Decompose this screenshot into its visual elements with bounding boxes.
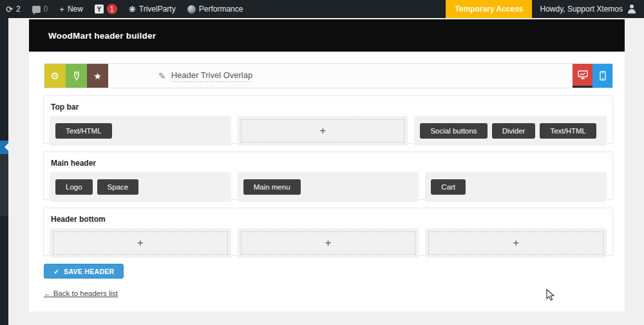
plus-icon: + (59, 5, 64, 14)
plus-icon: + (137, 237, 144, 250)
performance-icon (187, 5, 196, 14)
yoast-icon: Y (95, 5, 104, 14)
builder-cell[interactable]: Cart (425, 172, 607, 202)
plus-icon: + (325, 237, 332, 250)
new-content-menu-item[interactable]: + New (53, 0, 89, 18)
favorites-button[interactable]: ★ (87, 64, 108, 88)
desktop-view-button[interactable] (573, 64, 592, 88)
account-menu-item[interactable]: Howdy, Support Xtemos (532, 0, 644, 18)
performance-label: Performance (199, 5, 243, 14)
add-element-dropzone[interactable]: + (53, 231, 228, 255)
header-section-panel: Main headerLogoSpaceMain menuCart (43, 152, 613, 200)
updates-icon: ⟳ (6, 5, 13, 14)
page-title: WoodMart header builder (48, 31, 156, 41)
element-button[interactable]: Space (97, 179, 139, 195)
temporary-access-button[interactable]: Temporary Access (446, 0, 532, 18)
builder-cell[interactable]: LogoSpace (50, 172, 231, 202)
section-label: Header bottom (51, 215, 607, 224)
section-cell-row: LogoSpaceMain menuCart (50, 172, 607, 202)
builder-cell[interactable]: + (238, 228, 419, 258)
section-label: Main header (51, 159, 607, 168)
element-button[interactable]: Text/HTML (540, 123, 596, 139)
updates-count: 2 (16, 5, 21, 14)
add-element-dropzone[interactable]: + (241, 231, 416, 255)
plus-icon: + (319, 124, 326, 137)
builder-cell[interactable]: Text/HTML (50, 116, 231, 146)
back-to-headers-link[interactable]: ← Back to headers list (44, 290, 118, 297)
plus-icon: + (513, 237, 519, 250)
element-button[interactable]: Text/HTML (55, 123, 112, 139)
header-builder-card: ⚙ ★ ✎ Header Trivel Overlap (29, 52, 625, 311)
element-button[interactable]: Social buttons (420, 123, 487, 139)
header-section-panel: Top barText/HTML+Social buttonsDividerTe… (43, 95, 613, 144)
temporary-access-label: Temporary Access (455, 5, 523, 14)
performance-menu-item[interactable]: Performance (182, 0, 249, 18)
element-button[interactable]: Divider (492, 123, 536, 139)
sidebar-submenu-block (0, 154, 8, 216)
builder-toolbar: ⚙ ★ ✎ Header Trivel Overlap (44, 63, 613, 88)
pencil-icon: ✎ (158, 71, 166, 81)
updates-menu-item[interactable]: ⟳ 2 (0, 0, 26, 18)
comments-count: 0 (44, 5, 48, 14)
add-element-dropzone[interactable]: + (241, 119, 404, 143)
header-section-panel: Header bottom+++ (43, 208, 613, 256)
builder-cell[interactable]: Main menu (238, 172, 419, 202)
save-header-button[interactable]: ✓ SAVE HEADER (44, 264, 124, 279)
mobile-view-button[interactable] (592, 64, 612, 88)
yoast-menu-item[interactable]: Y 1 (89, 0, 123, 18)
sidebar-active-item[interactable] (0, 141, 8, 154)
element-button[interactable]: Logo (55, 179, 93, 195)
section-cell-row: Text/HTML+Social buttonsDividerText/HTML (50, 116, 607, 146)
site-name-label: TrivelParty (139, 5, 176, 14)
builder-cell[interactable]: Social buttonsDividerText/HTML (414, 116, 607, 146)
check-icon: ✓ (53, 268, 59, 275)
snowflake-icon: ❋ (129, 5, 136, 14)
section-label: Top bar (51, 103, 607, 112)
builder-cell[interactable]: + (50, 228, 231, 258)
wp-admin-bar: ⟳ 2 0 + New Y 1 ❋ TrivelParty Performanc… (0, 0, 644, 18)
builder-cell[interactable]: + (238, 116, 408, 146)
gear-icon: ⚙ (51, 70, 59, 82)
admin-sidebar-rail[interactable] (0, 18, 8, 325)
builder-sections: Top barText/HTML+Social buttonsDividerTe… (43, 95, 613, 264)
header-name-value[interactable]: Header Trivel Overlap (171, 70, 252, 82)
add-element-dropzone[interactable]: + (428, 231, 603, 255)
builder-cell[interactable]: + (425, 228, 607, 258)
page-title-bar: WoodMart header builder (29, 19, 625, 52)
star-icon: ★ (93, 71, 102, 81)
presets-button[interactable] (66, 64, 87, 88)
section-cell-row: +++ (50, 228, 607, 258)
save-header-label: SAVE HEADER (64, 268, 114, 275)
header-name-field[interactable]: ✎ Header Trivel Overlap (158, 64, 252, 88)
new-label: New (68, 5, 83, 14)
notification-badge: 1 (107, 4, 117, 14)
comments-icon (32, 6, 41, 13)
user-avatar-icon (627, 5, 636, 14)
desktop-icon (578, 70, 588, 79)
howdy-label: Howdy, Support Xtemos (540, 5, 623, 14)
element-button[interactable]: Cart (431, 179, 466, 195)
tag-icon (72, 72, 81, 81)
settings-button[interactable]: ⚙ (44, 64, 66, 88)
comments-menu-item[interactable]: 0 (26, 0, 54, 18)
site-menu-item[interactable]: ❋ TrivelParty (123, 0, 182, 18)
element-button[interactable]: Main menu (243, 179, 301, 195)
mobile-icon (600, 71, 606, 81)
